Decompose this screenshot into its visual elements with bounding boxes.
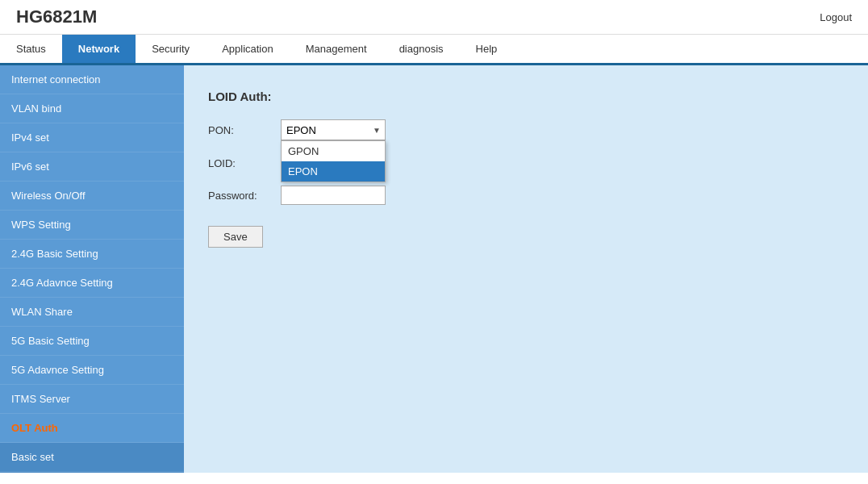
sidebar-item-wlan-share[interactable]: WLAN Share	[0, 298, 184, 327]
nav-network[interactable]: Network	[62, 35, 136, 63]
sidebar-item-basic-set[interactable]: Basic set	[0, 443, 184, 472]
nav-management[interactable]: Management	[290, 35, 383, 63]
dropdown-item-gpon[interactable]: GPON	[282, 141, 385, 161]
sidebar-item-ipv6-set[interactable]: IPv6 set	[0, 152, 184, 182]
save-button[interactable]: Save	[208, 226, 263, 248]
pon-select[interactable]: EPON GPON	[281, 119, 386, 140]
pon-row: PON: EPON GPON ▼ GPON EPON	[208, 119, 844, 140]
sidebar-item-vlan-bind[interactable]: VLAN bind	[0, 94, 184, 123]
pon-dropdown: GPON EPON	[281, 140, 386, 182]
nav-help[interactable]: Help	[460, 35, 514, 63]
sidebar-item-olt-auth[interactable]: OLT Auth	[0, 414, 184, 443]
dropdown-item-epon[interactable]: EPON	[282, 161, 385, 182]
logout-button[interactable]: Logout	[820, 11, 852, 23]
sidebar-item-24g-basic[interactable]: 2.4G Basic Setting	[0, 240, 184, 269]
sidebar-item-internet-connection[interactable]: Internet connection	[0, 65, 184, 94]
sidebar-item-24g-advance[interactable]: 2.4G Adavnce Setting	[0, 269, 184, 298]
password-label: Password:	[208, 190, 281, 202]
sidebar-item-ipv4-set[interactable]: IPv4 set	[0, 123, 184, 152]
sidebar-item-5g-advance[interactable]: 5G Adavnce Setting	[0, 356, 184, 385]
nav-diagnosis[interactable]: diagnosis	[383, 35, 460, 63]
loid-label: LOID:	[208, 157, 281, 169]
main-nav: Status Network Security Application Mana…	[0, 35, 868, 65]
layout: Internet connection VLAN bind IPv4 set I…	[0, 65, 868, 473]
sidebar-item-senior-set[interactable]: senior set	[0, 472, 184, 473]
header: HG6821M Logout	[0, 0, 868, 35]
save-row: Save	[208, 218, 844, 248]
sidebar-item-itms-server[interactable]: ITMS Server	[0, 385, 184, 414]
password-row: Password:	[208, 186, 844, 205]
sidebar-item-wps-setting[interactable]: WPS Setting	[0, 211, 184, 240]
sidebar-item-wireless-onoff[interactable]: Wireless On/Off	[0, 182, 184, 211]
page-title: HG6821M	[16, 6, 97, 27]
main-content: LOID Auth: PON: EPON GPON ▼ GPON EPON LO…	[184, 65, 868, 473]
sidebar-item-5g-basic[interactable]: 5G Basic Setting	[0, 327, 184, 356]
sidebar: Internet connection VLAN bind IPv4 set I…	[0, 65, 184, 473]
nav-security[interactable]: Security	[136, 35, 206, 63]
nav-status[interactable]: Status	[0, 35, 62, 63]
section-title: LOID Auth:	[208, 90, 844, 103]
nav-application[interactable]: Application	[206, 35, 290, 63]
pon-label: PON:	[208, 124, 281, 136]
password-input[interactable]	[281, 186, 386, 205]
pon-select-wrapper: EPON GPON ▼ GPON EPON	[281, 119, 386, 140]
